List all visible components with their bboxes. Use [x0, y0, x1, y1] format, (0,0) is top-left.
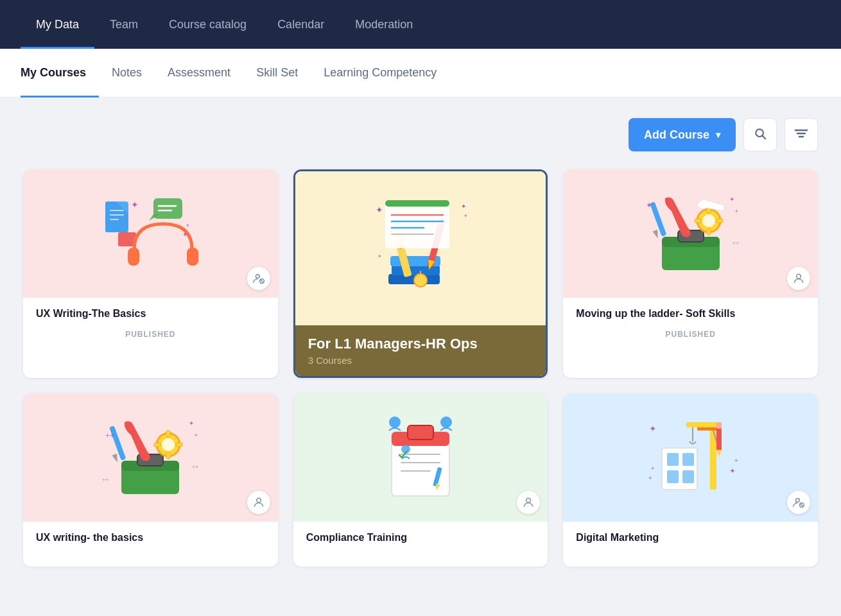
nav-team[interactable]: Team — [94, 0, 153, 49]
card-image: ++ ✦ ✦ ++ ++ — [23, 393, 278, 522]
svg-text:++: ++ — [105, 431, 114, 440]
card-image: ✦ ✦ ✦ ++ — [563, 169, 818, 298]
course-card-ux-writing[interactable]: ✦ ✦ ✦ UX Writing-The Basics PUBLISHED — [23, 169, 278, 378]
add-course-label: Add Course — [644, 128, 709, 142]
svg-rect-94 — [682, 453, 694, 466]
card-avatar-icon — [247, 491, 270, 514]
course-card-ux-writing-2[interactable]: ++ ✦ ✦ ++ ++ UX writing- the basics — [23, 393, 278, 567]
svg-text:✦: ✦ — [649, 424, 657, 434]
search-icon — [754, 127, 767, 143]
main-content: Add Course ▾ — [0, 98, 841, 587]
card-avatar-icon — [787, 267, 810, 290]
course-status — [36, 549, 265, 556]
svg-marker-103 — [716, 450, 722, 458]
svg-rect-93 — [667, 453, 679, 466]
svg-rect-69 — [154, 443, 160, 447]
svg-rect-82 — [408, 425, 433, 440]
course-card-digital-marketing[interactable]: ✦ ✦ ✦ ✦ ✦ Digital Marketing — [563, 393, 818, 567]
course-status: PUBLISHED — [36, 325, 265, 341]
svg-text:✦: ✦ — [186, 223, 190, 228]
svg-text:✦: ✦ — [646, 201, 652, 210]
svg-point-54 — [682, 229, 689, 237]
svg-text:✦: ✦ — [729, 466, 736, 475]
card-image: ✦ ✦ ✦ — [23, 169, 278, 298]
course-card-compliance[interactable]: Compliance Training — [293, 393, 548, 567]
tab-assessment[interactable]: Assessment — [155, 49, 243, 98]
svg-rect-100 — [686, 422, 718, 427]
tab-skill-set[interactable]: Skill Set — [243, 49, 311, 98]
add-course-button[interactable]: Add Course ▾ — [629, 118, 736, 151]
course-status — [576, 549, 805, 556]
svg-text:✦: ✦ — [461, 203, 466, 210]
svg-point-88 — [440, 416, 452, 428]
card-avatar-icon — [247, 267, 270, 290]
search-button[interactable] — [743, 118, 777, 151]
course-grid: ✦ ✦ ✦ UX Writing-The Basics PUBLISHED — [23, 169, 818, 567]
education-illustration: ✦ ✦ ✦ ✦ — [366, 184, 475, 312]
svg-rect-16 — [187, 248, 198, 266]
filter-icon — [794, 128, 808, 142]
svg-text:++: ++ — [102, 477, 109, 483]
svg-rect-67 — [166, 431, 170, 437]
svg-rect-5 — [153, 198, 182, 219]
tab-learning-competency[interactable]: Learning Competency — [311, 49, 449, 98]
svg-point-66 — [162, 438, 175, 451]
svg-text:✦: ✦ — [194, 432, 198, 438]
svg-point-110 — [795, 499, 799, 502]
svg-point-20 — [256, 275, 259, 278]
clipboard-illustration — [379, 413, 462, 502]
svg-line-22 — [261, 280, 263, 282]
svg-rect-52 — [695, 219, 701, 223]
svg-rect-95 — [667, 470, 679, 483]
svg-rect-68 — [166, 452, 170, 459]
svg-text:✦: ✦ — [376, 205, 383, 215]
svg-text:✦: ✦ — [729, 196, 734, 203]
svg-rect-97 — [710, 425, 716, 490]
nav-calendar[interactable]: Calendar — [262, 0, 340, 49]
filter-button[interactable] — [785, 118, 818, 151]
featured-course-title: For L1 Managers-HR Ops — [308, 336, 533, 352]
tab-notes[interactable]: Notes — [99, 49, 155, 98]
nav-course-catalog[interactable]: Course catalog — [153, 0, 262, 49]
headphone-illustration: ✦ ✦ ✦ — [99, 189, 202, 278]
svg-rect-70 — [176, 443, 182, 447]
svg-point-49 — [702, 214, 715, 227]
nav-my-data[interactable]: My Data — [21, 0, 94, 49]
tools-illustration: ✦ ✦ ✦ ++ — [639, 189, 742, 278]
sub-navigation: My Courses Notes Assessment Skill Set Le… — [0, 49, 841, 98]
top-navigation: My Data Team Course catalog Calendar Mod… — [0, 0, 841, 49]
svg-rect-53 — [716, 219, 723, 223]
svg-point-39 — [414, 274, 427, 287]
card-body: Digital Marketing — [563, 522, 818, 567]
svg-text:++: ++ — [733, 240, 740, 246]
svg-line-112 — [801, 504, 803, 506]
course-title: UX Writing-The Basics — [36, 308, 265, 320]
card-avatar-icon — [787, 491, 810, 514]
tab-my-courses[interactable]: My Courses — [21, 49, 99, 98]
svg-rect-15 — [128, 248, 139, 266]
svg-text:✦: ✦ — [377, 253, 382, 259]
svg-point-87 — [389, 416, 401, 428]
svg-rect-34 — [385, 200, 449, 207]
card-image — [293, 393, 548, 522]
nav-moderation[interactable]: Moderation — [340, 0, 428, 49]
card-avatar-icon — [517, 491, 540, 514]
svg-line-1 — [763, 135, 766, 139]
svg-point-79 — [256, 498, 261, 502]
course-card-soft-skills[interactable]: ✦ ✦ ✦ ++ Moving up the ladder- Soft Skil… — [563, 169, 818, 378]
tools2-illustration: ++ ✦ ✦ ++ ++ — [99, 413, 202, 502]
featured-overlay: For L1 Managers-HR Ops 3 Courses — [295, 325, 546, 376]
card-body: UX Writing-The Basics PUBLISHED — [23, 298, 278, 352]
card-body: UX writing- the basics — [23, 522, 278, 567]
svg-point-61 — [797, 274, 801, 278]
course-status: PUBLISHED — [576, 325, 805, 341]
svg-rect-104 — [716, 422, 722, 429]
svg-marker-73 — [112, 454, 120, 463]
course-card-l1-managers[interactable]: ✦ ✦ ✦ ✦ For L1 Managers-HR Ops 3 Courses — [293, 169, 548, 378]
svg-text:✦: ✦ — [734, 458, 739, 464]
card-image: ✦ ✦ ✦ ✦ ✦ — [563, 393, 818, 522]
svg-rect-96 — [682, 470, 694, 483]
card-image: ✦ ✦ ✦ ✦ — [295, 171, 546, 325]
svg-rect-33 — [385, 200, 449, 248]
svg-text:✦: ✦ — [734, 209, 739, 214]
